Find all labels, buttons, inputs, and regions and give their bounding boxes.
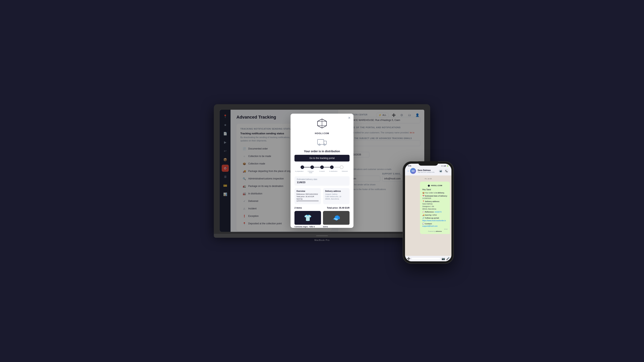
step-label-distribution: In distribution [329, 170, 338, 173]
modal-logo [294, 119, 350, 129]
address-name: Joaquin Sabina [325, 193, 348, 195]
total-label: Total price: [296, 196, 305, 198]
svg-rect-4 [318, 139, 324, 144]
bubble-portal: 🔗 Follow-up portal: https://www.hooli.tr… [422, 217, 448, 222]
bubble-time: 19:14 [422, 229, 448, 230]
iphone-contact-info: Sara Dalmau Tap here for contact info [418, 169, 437, 173]
iphone-message-bubble: ◆ HOOLI.COM Hey Sara! 📦 Your order is in… [420, 182, 450, 234]
diamond-logo-icon [317, 119, 327, 128]
bubble-brand-name: HOOLI.COM [431, 185, 442, 187]
iphone-status-right: ▪▪▪ wifi 🔋 [441, 165, 449, 167]
bubble-contact-label: Contact: [425, 223, 432, 225]
camera-icon[interactable]: 📷 [442, 257, 445, 260]
modal-close-button[interactable]: ✕ [348, 116, 350, 120]
plus-icon[interactable]: ➕ [407, 257, 410, 260]
iphone-avatar: SD [410, 168, 416, 174]
step-label-collection: Collection made [306, 170, 315, 173]
sent-by-value: 1ZXXXXXXXXXXXXXXXXX [296, 200, 319, 202]
overview-total: Total price: 35.40 EUR [296, 196, 319, 198]
items-count: 2 items [294, 207, 302, 209]
bubble-contact: 💬 Contact: support@hooli.com [422, 223, 448, 228]
address-street: Calle Melancolía, 18 [325, 196, 348, 198]
iphone-phone-button[interactable]: 📞 [444, 169, 449, 173]
macbook-feet [316, 235, 328, 236]
mic-icon[interactable]: 🎤 [446, 257, 450, 260]
bubble-sent-by: 🚚 Sent by: MRW [422, 214, 448, 217]
reference-label: Reference: [296, 193, 305, 195]
iphone-chat-area: Fri, Jul 26 ◆ HOOLI.COM Hey Sara! 📦 Your… [405, 175, 452, 256]
iphone-screen: 9:41 ▪▪▪ wifi 🔋 ‹ SD Sara Dalmau [405, 164, 452, 261]
item-img-hat: 🧢 [323, 211, 350, 225]
bubble-portal-label: Follow-up portal: [425, 217, 439, 219]
sent-by-label: Sent by: [296, 198, 303, 200]
overview-grid: Overview Reference: REF245223532 Total p… [294, 188, 350, 204]
iphone-input-box[interactable] [412, 257, 440, 260]
step-label-preparation: In preparation [295, 170, 304, 173]
tracking-modal: ✕ HOOLI.COM [290, 114, 354, 228]
bubble-est-value: 11/28/2025 [422, 197, 431, 199]
bubble-footer: Powered by deliverea [422, 231, 448, 232]
est-delivery-label: Estimated delivery date [297, 178, 347, 180]
step-delivered [340, 165, 344, 169]
wifi-icon: wifi [444, 165, 446, 167]
items-grid: 👕 Camiseta negra - Talla S 8786987 Price… [294, 211, 350, 228]
bubble-delivery-city: 08319, Barcelona [422, 208, 436, 210]
est-delivery-date: 11/8/23 [297, 181, 347, 184]
delivery-address-box: Delivery address Joaquin Sabina Calle Me… [323, 188, 350, 204]
overview-reference: Reference: REF245223532 [296, 193, 319, 195]
step-line-4 [334, 167, 340, 167]
iphone-contact-sub: Tap here for contact info [418, 171, 437, 173]
item-card-hat: 🧢 Gorra 9799987 Price: 10.30 EUR [323, 211, 350, 228]
total-value: 35.40 EUR [306, 196, 314, 198]
modal-status-text: Your order is in distribution [294, 150, 350, 153]
battery-icon: 🔋 [447, 165, 449, 167]
modal-overlay: ✕ HOOLI.COM [220, 110, 424, 232]
address-city: 08005, Barcelona [325, 198, 348, 200]
bubble-ref-value[interactable]: 1518273 [435, 211, 442, 213]
macbook-base [214, 234, 430, 238]
item-card-tshirt: 👕 Camiseta negra - Talla S 8786987 Price… [294, 211, 321, 228]
iphone-call-header: ‹ SD Sara Dalmau Tap here for contact in… [405, 167, 452, 175]
iphone-input-bar: ➕ 📷 🎤 [405, 256, 452, 261]
items-total: Total price: 35.40 EUR [327, 207, 350, 209]
step-label-delivered: Delivered [340, 170, 349, 173]
bubble-est-label: Estimated date of delivery: [425, 195, 448, 197]
step-in-preparation: ✓ [300, 165, 304, 169]
step-line-2 [314, 167, 320, 167]
signal-icon: ▪▪▪ [441, 165, 443, 167]
iphone-date-sep: Fri, Jul 26 [406, 178, 450, 179]
reference-value: REF245223532 [306, 193, 318, 195]
bubble-delivery-name: Sara Dalmau [422, 203, 433, 205]
overview-sent-by: Sent by: 1ZXXXXXXXXXXXXXXXXX [296, 198, 319, 202]
iphone-wrapper: 9:41 ▪▪▪ wifi 🔋 ‹ SD Sara Dalmau [403, 161, 454, 264]
item-name-tshirt: Camiseta negra - Talla S [294, 226, 321, 228]
bubble-delivery-label: Delivery address: [425, 201, 440, 203]
bubble-contact-email[interactable]: support@hooli.com [422, 225, 438, 227]
bubble-diamond-icon: ◆ [428, 184, 430, 187]
step-line-3 [324, 167, 330, 167]
macbook-label: MacBook Pro [214, 238, 430, 242]
bubble-reference: 📋 Reference: 1518273 [422, 211, 448, 213]
bubble-status: 📦 Your order is in delivery. [422, 192, 448, 194]
step-in-distribution: ✓ [330, 165, 334, 169]
steps-labels: In preparation Collection made In transi… [294, 170, 350, 173]
delivery-address-title: Delivery address [325, 190, 348, 192]
bubble-status-label: Your order is [425, 192, 435, 194]
bubble-est-delivery: 📅 Estimated date of delivery: 11/28/2025 [422, 195, 448, 200]
tracking-portal-button[interactable]: Go to the tracking portal [294, 155, 350, 161]
bubble-delivery-address: 📍 Delivery address: Sara Dalmau Zaragoza… [422, 200, 448, 210]
overview-box: Overview Reference: REF245223532 Total p… [294, 188, 321, 204]
step-in-transit: ✓ [320, 165, 324, 169]
iphone-video-button[interactable]: 📹 [438, 169, 443, 173]
step-collection-made: ✓ [310, 165, 314, 169]
iphone-contact-name: Sara Dalmau [418, 169, 437, 171]
step-label-transit: In transit [318, 170, 326, 173]
bubble-brand-row: ◆ HOOLI.COM [422, 184, 448, 187]
iphone-back-button[interactable]: ‹ [408, 169, 408, 172]
bubble-delivery-street: Zaragoza 1 Str. [422, 206, 434, 207]
item-name-hat: Gorra [323, 226, 350, 228]
progress-steps: ✓ ✓ ✓ ✓ [294, 165, 350, 169]
bubble-sent-label: Sent by: [425, 214, 432, 216]
bubble-portal-url[interactable]: https://www.hooli.trackorder.io [422, 220, 446, 222]
bubble-greeting: Hey Sara! [422, 189, 448, 191]
